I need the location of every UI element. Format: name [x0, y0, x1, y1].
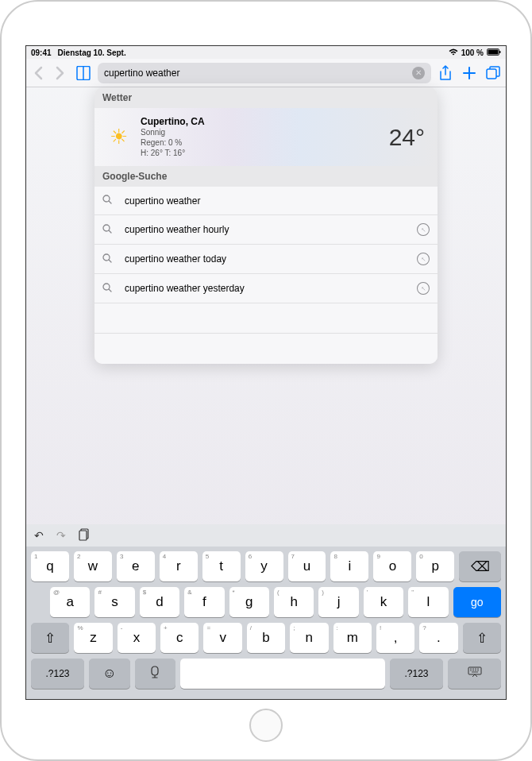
- suggestion-text: cupertino weather hourly: [125, 224, 417, 235]
- forward-button[interactable]: [52, 63, 69, 83]
- key-q[interactable]: 1q: [31, 551, 69, 581]
- search-icon: [102, 283, 118, 295]
- ipad-frame: 09:41 Dienstag 10. Sept. 100 %: [0, 0, 532, 761]
- key-k[interactable]: 'k: [364, 587, 403, 617]
- emoji-key[interactable]: ☺: [89, 659, 130, 689]
- weather-rain: Regen: 0 %: [141, 137, 389, 148]
- key-n[interactable]: ;n: [290, 623, 328, 653]
- browser-toolbar: cupertino weather ✕: [26, 59, 506, 87]
- keyboard-toolbar: ↶ ↷: [26, 524, 506, 547]
- weather-temperature: 24°: [389, 124, 430, 151]
- key-e[interactable]: 3e: [117, 551, 155, 581]
- url-field[interactable]: cupertino weather ✕: [98, 63, 431, 83]
- suggestions-panel: Wetter ☀ Cupertino, CA Sonnig Regen: 0 %…: [94, 87, 438, 364]
- battery-percent: 100 %: [461, 48, 484, 57]
- bookmarks-button[interactable]: [74, 66, 93, 80]
- backspace-key[interactable]: ⌫: [459, 551, 501, 581]
- new-tab-button[interactable]: [460, 66, 479, 80]
- status-bar: 09:41 Dienstag 10. Sept. 100 %: [26, 46, 506, 59]
- keyboard: ↶ ↷ 1q2w3e4r5t6y7u8i9o0p⌫ @a#s$d&f*g(h)j…: [26, 524, 506, 699]
- undo-button[interactable]: ↶: [34, 529, 44, 542]
- empty-suggestion-row: [94, 334, 438, 364]
- suggestion-text: cupertino weather yesterday: [125, 283, 417, 294]
- key-c[interactable]: +c: [160, 623, 199, 653]
- key-.[interactable]: ?.: [419, 623, 457, 653]
- key-w[interactable]: 2w: [74, 551, 112, 581]
- back-button[interactable]: [29, 63, 47, 83]
- key-i[interactable]: 8i: [330, 551, 368, 581]
- status-date: Dienstag 10. Sept.: [58, 48, 126, 57]
- key-f[interactable]: &f: [184, 587, 224, 617]
- shift-key[interactable]: ⇧: [31, 623, 69, 653]
- key-r[interactable]: 4r: [160, 551, 198, 581]
- key-d[interactable]: $d: [140, 587, 179, 617]
- share-button[interactable]: [436, 65, 455, 81]
- key-g[interactable]: *g: [229, 587, 269, 617]
- status-time: 09:41: [31, 48, 52, 57]
- key-t[interactable]: 5t: [202, 551, 241, 581]
- home-button[interactable]: [249, 709, 283, 742]
- search-suggestion[interactable]: cupertino weather today↑: [94, 245, 438, 274]
- key-u[interactable]: 7u: [288, 551, 326, 581]
- search-suggestion[interactable]: cupertino weather: [94, 187, 438, 215]
- tabs-button[interactable]: [484, 66, 503, 80]
- key-b[interactable]: /b: [247, 623, 285, 653]
- number-mode-key[interactable]: .?123: [31, 659, 84, 689]
- key-m[interactable]: :m: [333, 623, 372, 653]
- weather-section-header: Wetter: [94, 87, 438, 108]
- weather-card[interactable]: ☀ Cupertino, CA Sonnig Regen: 0 % H: 26°…: [94, 108, 438, 166]
- key-o[interactable]: 9o: [373, 551, 411, 581]
- search-suggestion[interactable]: cupertino weather yesterday↑: [94, 274, 438, 303]
- autofill-icon[interactable]: ↑: [414, 250, 433, 268]
- svg-rect-9: [79, 531, 87, 540]
- key-j[interactable]: )j: [318, 587, 358, 617]
- weather-highlow: H: 26° T: 16°: [141, 148, 389, 158]
- key-a[interactable]: @a: [50, 587, 90, 617]
- autofill-icon[interactable]: ↑: [414, 221, 433, 239]
- key-v[interactable]: =v: [203, 623, 241, 653]
- clipboard-button[interactable]: [79, 528, 90, 543]
- screen: 09:41 Dienstag 10. Sept. 100 %: [25, 45, 507, 700]
- dismiss-keyboard-key[interactable]: [448, 659, 501, 689]
- search-icon: [102, 253, 118, 265]
- weather-location: Cupertino, CA: [141, 116, 389, 127]
- key-y[interactable]: 6y: [245, 551, 283, 581]
- empty-suggestion-row: [94, 303, 438, 334]
- search-icon: [102, 195, 118, 207]
- svg-rect-10: [468, 667, 481, 674]
- clear-url-button[interactable]: ✕: [412, 67, 425, 79]
- shift-key[interactable]: ⇧: [463, 623, 501, 653]
- go-key[interactable]: go: [453, 587, 501, 617]
- key-z[interactable]: %z: [74, 623, 112, 653]
- suggestion-text: cupertino weather today: [125, 253, 417, 265]
- space-key[interactable]: [180, 659, 385, 689]
- number-mode-key[interactable]: .?123: [390, 659, 443, 689]
- svg-rect-1: [488, 49, 499, 54]
- svg-rect-3: [487, 69, 496, 79]
- search-icon: [102, 224, 118, 236]
- sun-icon: ☀: [102, 125, 134, 149]
- key-s[interactable]: #s: [94, 587, 134, 617]
- key-p[interactable]: 0p: [416, 551, 454, 581]
- suggestion-text: cupertino weather: [125, 195, 430, 207]
- key-x[interactable]: -x: [118, 623, 156, 653]
- url-text: cupertino weather: [104, 68, 412, 79]
- google-search-header: Google-Suche: [94, 166, 438, 187]
- battery-icon: [487, 48, 501, 57]
- key-h[interactable]: (h: [274, 587, 314, 617]
- key-,[interactable]: !,: [376, 623, 414, 653]
- weather-condition: Sonnig: [141, 127, 389, 137]
- key-l[interactable]: "l: [408, 587, 448, 617]
- wifi-icon: [449, 48, 458, 57]
- redo-button[interactable]: ↷: [56, 529, 66, 542]
- search-suggestion[interactable]: cupertino weather hourly↑: [94, 215, 438, 245]
- svg-rect-2: [499, 51, 501, 53]
- dictation-key[interactable]: [135, 659, 176, 689]
- autofill-icon[interactable]: ↑: [414, 280, 433, 298]
